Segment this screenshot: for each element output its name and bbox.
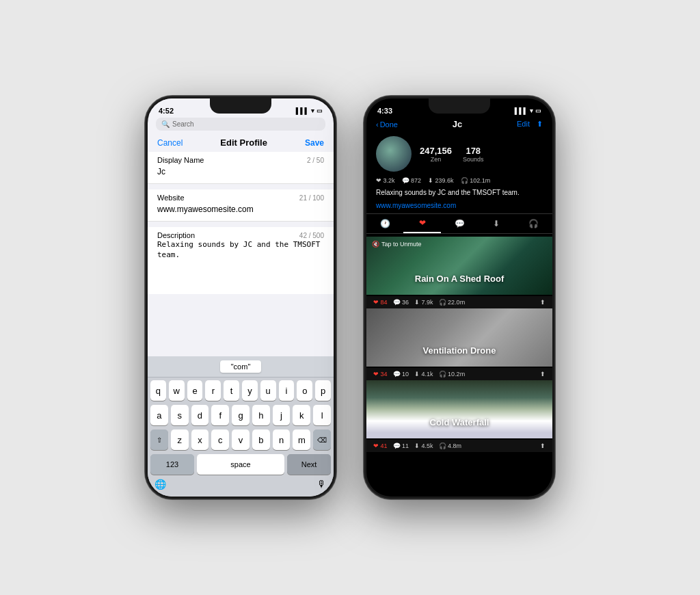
key-l[interactable]: l — [313, 405, 331, 425]
notch2 — [429, 98, 490, 114]
sound-stats-water: ❤ 41 💬 11 ⬇ 4.5k 🎧 4.8m ⬆ — [366, 440, 552, 452]
p2-battery-icon: ▭ — [535, 107, 541, 114]
search-label: Search — [172, 120, 194, 128]
p2-status-icons: ▌▌▌ ▾ ▭ — [515, 107, 541, 114]
p2-avatar — [376, 136, 412, 172]
vent-likes: ❤ 34 — [373, 371, 388, 378]
key-o[interactable]: o — [297, 380, 312, 401]
p2-sub-stats: ❤ 3.2k 💬 872 ⬇ 239.6k 🎧 102.1m — [366, 176, 552, 185]
vent-share-icon[interactable]: ⬆ — [540, 371, 546, 378]
water-comments: 💬 11 — [393, 442, 409, 449]
save-button[interactable]: Save — [305, 138, 324, 148]
water-downloads: ⬇ 4.5k — [414, 442, 433, 449]
p2-tab-downloads[interactable]: ⬇ — [478, 214, 515, 233]
p2-back-button[interactable]: ‹ Done — [376, 120, 398, 129]
key-v[interactable]: v — [232, 429, 250, 450]
sound-stats-rain: ❤ 84 💬 36 ⬇ 7.9k 🎧 22.0m ⬆ — [366, 296, 552, 308]
rain-share-icon[interactable]: ⬆ — [540, 299, 546, 306]
water-share-icon[interactable]: ⬆ — [540, 442, 546, 449]
display-name-counter: 2 / 50 — [307, 157, 324, 164]
key-space[interactable]: space — [197, 454, 284, 475]
p2-website[interactable]: www.myawesomesite.com — [366, 200, 552, 211]
rain-likes: ❤ 84 — [373, 299, 388, 306]
key-y[interactable]: y — [242, 380, 258, 401]
p2-zen-count: 247,156 — [420, 146, 452, 156]
suggestion-pill[interactable]: "com" — [220, 360, 262, 373]
sound-bg-vent — [366, 308, 552, 367]
key-backspace[interactable]: ⌫ — [313, 429, 331, 450]
desc-section: Description 42 / 500 Relaxing sounds by … — [148, 227, 334, 294]
spacer — [148, 294, 334, 356]
key-d[interactable]: d — [191, 405, 209, 425]
p2-tab-recent[interactable]: 🕐 — [366, 214, 403, 233]
key-n[interactable]: n — [273, 429, 291, 450]
p2-sounds-label: Sounds — [463, 156, 484, 163]
p2-sounds-count: 178 — [463, 146, 484, 156]
globe-icon[interactable]: 🌐 — [154, 479, 166, 490]
phone1: 4:52 ▌▌▌ ▾ ▭ 🔍 Search Cancel Edit Profil… — [145, 96, 336, 499]
display-name-input[interactable] — [157, 164, 324, 179]
p2-tab-plays[interactable]: 🎧 — [515, 214, 552, 233]
vent-comments: 💬 10 — [393, 371, 409, 378]
sound-card-vent[interactable]: Ventilation Drone — [366, 308, 552, 367]
p2-tab-likes[interactable]: ❤ — [403, 214, 440, 233]
p2-share-button[interactable]: ⬆ — [537, 120, 543, 129]
phone2: 4:33 ▌▌▌ ▾ ▭ ‹ Done Jc Edit — [364, 96, 555, 499]
cancel-button[interactable]: Cancel — [157, 138, 183, 148]
website-input[interactable] — [157, 202, 324, 217]
edit-profile-screen: 4:52 ▌▌▌ ▾ ▭ 🔍 Search Cancel Edit Profil… — [148, 98, 334, 497]
p2-edit-button[interactable]: Edit — [517, 120, 530, 129]
key-z[interactable]: z — [171, 429, 189, 450]
p2-stats: 247,156 Zen 178 Sounds — [420, 146, 484, 163]
key-shift[interactable]: ⇧ — [150, 429, 168, 450]
sound-card-rain[interactable]: 🔇 Tap to Unmute Rain On A Shed Roof — [366, 237, 552, 295]
desc-textarea[interactable]: Relaxing sounds by JC and the TMSOFT tea… — [157, 239, 324, 287]
p2-wifi-icon: ▾ — [530, 107, 533, 114]
sound-title-vent: Ventilation Drone — [366, 345, 552, 356]
sound-bg-water — [366, 380, 552, 438]
wifi-icon: ▾ — [311, 107, 314, 114]
keyboard-bottom: 🌐 🎙 — [148, 476, 334, 497]
key-x[interactable]: x — [191, 429, 209, 450]
search-bar[interactable]: 🔍 Search — [156, 118, 325, 131]
website-label: Website — [157, 194, 185, 202]
p2-profile-row: 247,156 Zen 178 Sounds — [366, 133, 552, 176]
p2-downloads-stat: ⬇ 239.6k — [428, 177, 454, 184]
key-s[interactable]: s — [171, 405, 189, 425]
nav-title: Edit Profile — [220, 137, 267, 148]
key-h[interactable]: h — [252, 405, 270, 425]
display-name-row: Display Name 2 / 50 — [148, 152, 334, 184]
key-c[interactable]: c — [211, 429, 229, 450]
key-j[interactable]: j — [273, 405, 291, 425]
mute-icon: 🔇 — [372, 241, 379, 248]
status-time: 4:52 — [159, 107, 174, 115]
p2-tab-comments[interactable]: 💬 — [441, 214, 478, 233]
p2-status-time: 4:33 — [377, 107, 392, 115]
key-k[interactable]: k — [293, 405, 310, 425]
p2-zen-label: Zen — [420, 156, 452, 163]
mic-icon[interactable]: 🎙 — [317, 479, 327, 490]
key-f[interactable]: f — [211, 405, 229, 425]
vent-plays: 🎧 10.2m — [439, 371, 466, 378]
key-i[interactable]: i — [279, 380, 295, 401]
sound-title-rain: Rain On A Shed Roof — [366, 274, 552, 284]
phones-container: 4:52 ▌▌▌ ▾ ▭ 🔍 Search Cancel Edit Profil… — [124, 75, 576, 520]
key-g[interactable]: g — [232, 405, 250, 425]
sound-card-water[interactable]: Cold Waterfall — [366, 380, 552, 438]
key-b[interactable]: b — [252, 429, 270, 450]
p2-nav-actions: Edit ⬆ — [517, 120, 543, 129]
key-next[interactable]: Next — [287, 454, 331, 475]
p2-nav: ‹ Done Jc Edit ⬆ — [366, 116, 552, 133]
key-u[interactable]: u — [260, 380, 276, 401]
key-a[interactable]: a — [150, 405, 168, 425]
key-q[interactable]: q — [150, 380, 166, 401]
display-name-label: Display Name — [157, 156, 204, 164]
key-m[interactable]: m — [293, 429, 310, 450]
key-p[interactable]: p — [315, 380, 331, 401]
key-w[interactable]: w — [169, 380, 185, 401]
key-r[interactable]: r — [205, 380, 221, 401]
key-t[interactable]: t — [224, 380, 239, 401]
desc-label: Description — [157, 231, 195, 239]
key-e[interactable]: e — [187, 380, 203, 401]
key-123[interactable]: 123 — [150, 454, 194, 475]
